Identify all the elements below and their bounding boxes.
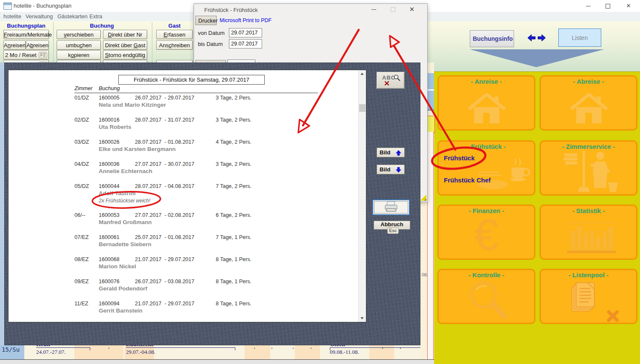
maximize-icon[interactable] xyxy=(601,0,614,12)
scroll-up-icon[interactable] xyxy=(360,73,364,75)
bild-down-button[interactable]: Bild xyxy=(377,165,405,174)
reset-2mo-button[interactable]: 2 Mo / ResetF2 xyxy=(3,50,49,60)
close-icon[interactable]: ✕ xyxy=(405,4,419,15)
tile-title: - Anreise - xyxy=(439,78,534,85)
preview-window: Frühstück - Frühstück für Samstag, 29.07… xyxy=(4,63,420,345)
room-cell: 05/DZ xyxy=(74,183,89,189)
verschieben-button[interactable]: verschieben xyxy=(57,30,101,39)
dialog-title: Frühstück - Frühstück xyxy=(204,7,258,13)
tile-finanzen[interactable]: - Finanzen - € xyxy=(437,205,535,260)
direkt-ueber-nr-button[interactable]: Direkt über Nr xyxy=(103,30,147,39)
booking-bar xyxy=(126,347,235,348)
resize-grip-icon[interactable] xyxy=(421,195,426,201)
statusbar xyxy=(0,359,434,364)
maximize-icon[interactable] xyxy=(386,4,400,15)
menu-extra[interactable]: Extra xyxy=(89,13,102,20)
umbuchen-button[interactable]: umbuchen xyxy=(57,40,101,50)
direkt-ueber-gast-button[interactable]: Direkt über Gast xyxy=(103,40,147,50)
booking-row: 04/DZ 1600036 27.07.2017 - 30.07.2017 3 … xyxy=(9,161,357,175)
abbruch-button[interactable]: Abbruch Esc xyxy=(374,221,410,230)
day-cell[interactable]: 15/Su xyxy=(0,345,24,359)
booking-bar xyxy=(330,347,430,348)
guest-name: Bernadette Siebern xyxy=(99,241,357,248)
guest-name: Gerrit Barnstein xyxy=(99,307,357,315)
booking-plan-strip[interactable]: 15/Su Heun 24.07.-27.07. Lüdenecke 29.07… xyxy=(0,345,434,359)
booking-number-cell: 1600068 xyxy=(99,256,120,262)
dates-cell: 27.07.2017 - 30.07.2017 xyxy=(135,161,194,167)
tile-kontrolle[interactable]: - Kontrolle - xyxy=(437,269,535,324)
bis-datum-input[interactable] xyxy=(229,39,262,48)
tile-abreise[interactable]: - Abreise - xyxy=(540,75,637,131)
main-window-title: hotelite - Buchungsplan xyxy=(14,3,71,9)
booking-list: 01/DZ 1600005 26.07.2017 - 29.07.2017 3 … xyxy=(9,95,357,323)
printer-name[interactable]: Microsoft Print to PDF xyxy=(220,17,271,23)
column-header-buchung: Buchung xyxy=(99,85,120,91)
freiraum-merkmale-button[interactable]: Freiraum/Merkmale xyxy=(3,30,49,39)
anreisen-button[interactable]: Anreisen xyxy=(3,40,26,50)
booking-number-cell: 1600094 xyxy=(99,301,120,307)
booking-dates: 24.07.-27.07. xyxy=(36,349,66,355)
column-header-zimmer: Zimmer xyxy=(74,85,92,91)
booking-number-cell: 1600036 xyxy=(99,161,120,167)
red-x-icon: ✕ xyxy=(384,79,390,88)
stay-cell: 7 Tage, 2 Pers. xyxy=(216,183,251,189)
fruehstueck-chef-link[interactable]: Frühstück Chef xyxy=(444,176,491,184)
search-abc-button[interactable]: ABC ✕ xyxy=(377,72,405,89)
drucker-button[interactable]: Drucker xyxy=(195,16,217,25)
tile-title: - Abreise - xyxy=(541,78,636,85)
abreisen-button[interactable]: Abreisen xyxy=(26,40,49,50)
stay-cell: 3 Tage, 2 Pers. xyxy=(216,117,251,123)
booking-bar xyxy=(36,347,90,348)
documents-icon xyxy=(561,277,625,323)
tile-title: - Zimmerservice - xyxy=(541,143,636,150)
magnifier-icon xyxy=(458,278,517,323)
booking-number-cell: 1600076 xyxy=(99,279,120,284)
guest-name: Adolf Tautrim xyxy=(99,190,357,197)
preview-scrollbar[interactable] xyxy=(358,70,366,322)
booking-number-cell: 1600026 xyxy=(99,139,120,145)
room-cell: 11/EZ xyxy=(74,301,88,307)
header-rule xyxy=(74,93,318,93)
booking-number-cell: 1600044 xyxy=(99,183,120,189)
tile-anreise[interactable]: - Anreise - xyxy=(437,75,535,131)
breakfast-icon xyxy=(475,152,534,195)
stay-cell: 8 Tage, 1 Pers. xyxy=(216,256,251,262)
bild-up-button[interactable]: Bild xyxy=(377,148,405,157)
listen-button[interactable]: Listen xyxy=(558,28,601,47)
plan-dot xyxy=(293,348,294,349)
tile-zimmerservice[interactable]: - Zimmerservice - xyxy=(540,140,637,196)
guest-name: Nela und Mario Kitzinger xyxy=(99,101,357,109)
anschreiben-button[interactable]: Anschreiben xyxy=(156,40,193,50)
booking-bar-tick xyxy=(330,347,330,350)
stay-cell: 4 Tage, 2 Pers. xyxy=(216,139,251,145)
minimize-icon[interactable] xyxy=(366,4,381,15)
storno-button[interactable]: Storno endgültig xyxy=(103,50,147,60)
scrollbar-thumb[interactable] xyxy=(359,104,366,112)
stay-cell: 3 Tage, 2 Pers. xyxy=(216,161,251,167)
kopieren-button[interactable]: kopieren xyxy=(57,50,101,60)
printer-icon xyxy=(383,201,399,213)
arrow-left-icon[interactable] xyxy=(527,34,536,42)
guest-name: Annelie Echternach xyxy=(99,168,357,175)
menu-verwaltung[interactable]: Verwaltung xyxy=(26,13,53,20)
tile-statistik[interactable]: - Statistik - xyxy=(540,205,637,260)
menu-gaestekarten[interactable]: Gästekarten xyxy=(57,13,88,20)
booking-row: 08/EZ 1600068 21.07.2017 - 29.07.2017 8 … xyxy=(9,256,357,270)
dates-cell: 28.07.2017 - 04.08.2017 xyxy=(135,183,194,189)
fruehstueck-link[interactable]: Frühstück xyxy=(444,154,475,162)
booking-bar-tick xyxy=(90,347,90,350)
print-button[interactable] xyxy=(372,199,410,215)
buchungsinfo-button[interactable]: Buchungsinfo xyxy=(470,30,514,47)
plan-dot xyxy=(311,348,311,349)
arrow-right-icon[interactable] xyxy=(537,34,546,42)
scroll-down-icon[interactable] xyxy=(360,317,364,319)
close-icon[interactable]: ✕ xyxy=(622,0,635,12)
von-datum-input[interactable] xyxy=(229,28,262,37)
tile-listenpool[interactable]: - Listenpool - xyxy=(540,269,637,324)
menu-hotelite[interactable]: hotelite xyxy=(3,13,21,20)
booking-row: 09/EZ 1600076 26.07.2017 - 03.08.2017 8 … xyxy=(9,279,357,293)
tile-fruehstueck[interactable]: - Frühstück - Frühstück Frühstück Chef xyxy=(437,140,535,196)
room-cell: 03/DZ xyxy=(74,139,89,145)
erfassen-button[interactable]: Erfassen xyxy=(156,30,193,39)
minimize-icon[interactable] xyxy=(582,0,594,12)
